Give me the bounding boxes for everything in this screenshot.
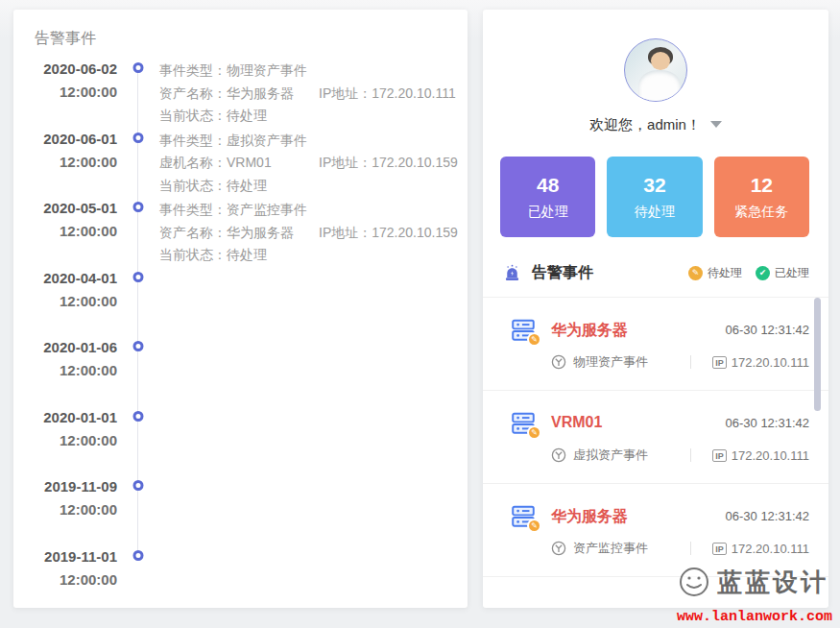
event-asset: 虚机名称：VRM01 (159, 152, 319, 175)
event-time: 12:00:00 (29, 570, 117, 590)
server-icon: ✎ (510, 504, 537, 529)
event-date: 2020-06-01 (29, 130, 117, 149)
pencil-badge-icon: ✎ (527, 519, 541, 533)
alert-list-item[interactable]: ✎ 华为服务器 06-30 12:31:42 资产监控事件 IP 172.20.… (483, 484, 828, 577)
legend-done: ✔ 已处理 (756, 265, 809, 281)
event-asset: 资产名称：华为服务器 (159, 83, 319, 106)
event-ip: IP地址：172.20.10.111 (319, 83, 456, 106)
event-date: 2019-11-09 (29, 477, 117, 496)
timeline-event[interactable]: 2019-11-01 12:00:00 (29, 547, 458, 617)
event-time: 12:00:00 (29, 431, 117, 450)
timeline-event[interactable]: 2020-06-01 12:00:00 事件类型：虚拟资产事件 虚机名称：VRM… (29, 130, 458, 200)
alert-timestamp: 06-30 12:31:42 (726, 411, 809, 430)
event-type: 事件类型：虚拟资产事件 (159, 130, 458, 153)
alert-asset-name[interactable]: VRM01 (551, 411, 726, 431)
timeline-event[interactable]: 2020-01-06 12:00:00 (29, 338, 458, 408)
event-ip: IP地址：172.20.10.159 (319, 152, 458, 175)
timeline-event[interactable]: 2020-06-02 12:00:00 事件类型：物理资产事件 资产名称：华为服… (29, 60, 458, 130)
legend-pending: ✎ 待处理 (688, 265, 742, 281)
alert-timestamp: 06-30 12:31:42 (726, 318, 809, 337)
event-date: 2020-01-01 (29, 408, 117, 427)
alerts-section-header: 告警事件 ✎ 待处理 ✔ 已处理 (502, 263, 809, 283)
watermark-url: www.lanlanwork.com (677, 609, 832, 625)
event-date: 2020-01-06 (29, 338, 117, 357)
stat-value: 48 (537, 174, 559, 197)
event-time: 12:00:00 (29, 153, 117, 172)
event-date: 2019-11-01 (29, 547, 117, 567)
avatar-body (638, 70, 681, 102)
event-date: 2020-05-01 (29, 199, 117, 218)
timeline-node-icon[interactable] (133, 550, 144, 561)
timeline-node-icon[interactable] (133, 411, 144, 422)
ip-icon: IP (712, 356, 727, 369)
siren-icon (502, 263, 522, 283)
chevron-down-icon[interactable] (710, 121, 722, 133)
stat-card-urgent[interactable]: 12 紧急任务 (714, 157, 809, 237)
server-icon: ✎ (510, 411, 537, 436)
scrollbar-thumb[interactable] (814, 298, 821, 411)
user-summary-panel: 欢迎您，admin！ 48 已处理 32 待处理 12 紧急任务 告警事件 ✎ … (483, 10, 828, 608)
alert-timeline-panel: 告警事件 2020-06-02 12:00:00 事件类型：物理资产事件 资产名… (13, 10, 468, 608)
timeline-node-icon[interactable] (133, 480, 144, 491)
timeline-node-icon[interactable] (133, 341, 144, 351)
timeline-node-icon[interactable] (133, 133, 144, 143)
stat-label: 紧急任务 (734, 204, 788, 221)
divider (690, 542, 691, 555)
event-status: 当前状态：待处理 (159, 105, 458, 128)
event-ip: IP地址：172.20.10.159 (319, 222, 458, 245)
category-icon (551, 447, 566, 463)
event-time: 12:00:00 (29, 361, 117, 380)
timeline-event[interactable]: 2019-11-09 12:00:00 (29, 477, 458, 547)
stat-cards: 48 已处理 32 待处理 12 紧急任务 (500, 157, 809, 237)
watermark: 蓝蓝设计 (677, 565, 828, 599)
alert-asset-name[interactable]: 华为服务器 (551, 504, 726, 527)
event-time: 12:00:00 (29, 500, 117, 519)
timeline-node-icon[interactable] (133, 272, 144, 282)
event-asset: 资产名称：华为服务器 (159, 222, 319, 245)
alert-asset-name[interactable]: 华为服务器 (551, 318, 726, 341)
check-badge-icon: ✔ (756, 266, 770, 280)
pencil-badge-icon: ✎ (527, 425, 541, 440)
alert-ip: 172.20.10.111 (732, 355, 809, 370)
alert-list-item[interactable]: ✎ VRM01 06-30 12:31:42 虚拟资产事件 IP 172.20.… (483, 391, 828, 484)
alert-ip: 172.20.10.111 (732, 448, 809, 463)
timeline: 2020-06-02 12:00:00 事件类型：物理资产事件 资产名称：华为服… (29, 60, 458, 616)
event-time: 12:00:00 (29, 83, 117, 102)
divider (690, 355, 691, 369)
event-date: 2020-06-02 (29, 60, 117, 79)
timeline-node-icon[interactable] (133, 202, 144, 212)
smiley-logo-icon (677, 565, 711, 599)
ip-icon: IP (712, 543, 727, 555)
event-status: 当前状态：待处理 (159, 244, 458, 267)
alert-event-type: 虚拟资产事件 (573, 447, 648, 464)
watermark-brand: 蓝蓝设计 (717, 566, 828, 599)
timeline-event[interactable]: 2020-01-01 12:00:00 (29, 408, 458, 478)
welcome-text: 欢迎您，admin！ (483, 116, 828, 134)
pencil-badge-icon: ✎ (527, 332, 541, 347)
event-type: 事件类型：资产监控事件 (159, 199, 458, 222)
alert-event-type: 资产监控事件 (573, 540, 648, 557)
ip-icon: IP (712, 449, 727, 462)
stat-value: 32 (643, 174, 665, 197)
divider (690, 448, 691, 462)
panel-title: 告警事件 (13, 10, 468, 49)
timeline-node-icon[interactable] (133, 62, 144, 73)
category-icon (551, 354, 566, 370)
timeline-event[interactable]: 2020-04-01 12:00:00 (29, 269, 458, 339)
event-status: 当前状态：待处理 (159, 175, 458, 198)
timeline-event[interactable]: 2020-05-01 12:00:00 事件类型：资产监控事件 资产名称：华为服… (29, 199, 458, 269)
pencil-badge-icon: ✎ (688, 266, 703, 280)
alert-ip: 172.20.10.111 (732, 542, 809, 556)
stat-label: 已处理 (528, 204, 568, 221)
alert-list-item[interactable]: ✎ 华为服务器 06-30 12:31:42 物理资产事件 IP 172.20.… (483, 298, 828, 391)
stat-card-pending[interactable]: 32 待处理 (607, 157, 702, 237)
event-time: 12:00:00 (29, 222, 117, 241)
stat-card-processed[interactable]: 48 已处理 (500, 157, 595, 237)
alerts-section-title: 告警事件 (532, 263, 675, 283)
event-time: 12:00:00 (29, 292, 117, 311)
server-icon: ✎ (510, 318, 537, 343)
category-icon (551, 541, 566, 556)
avatar-face (651, 52, 670, 70)
stat-value: 12 (751, 174, 773, 197)
avatar[interactable] (624, 38, 687, 102)
